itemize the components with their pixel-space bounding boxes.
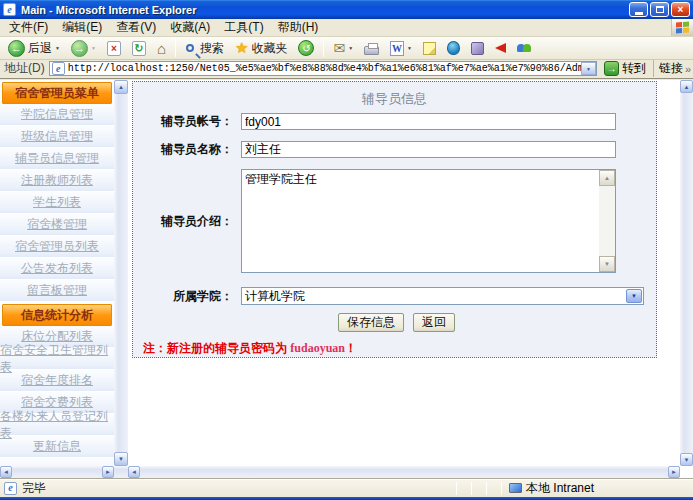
name-input[interactable] <box>241 141 616 158</box>
college-select[interactable]: 计算机学院 <box>241 287 644 305</box>
intro-textarea[interactable]: 管理学院主任 <box>242 170 600 272</box>
sidebar-section-admin-header: 宿舍管理员菜单 <box>2 82 112 104</box>
note-prefix: 注：新注册的辅导员密码为 <box>143 341 287 355</box>
scroll-up-icon[interactable]: ▲ <box>114 80 128 94</box>
restore-button[interactable] <box>650 2 669 17</box>
scroll-right-icon[interactable]: ► <box>668 466 680 478</box>
search-icon <box>186 44 194 52</box>
history-button[interactable]: ↺ <box>294 38 318 58</box>
sidebar-horizontal-scrollbar[interactable]: ◄ ► <box>0 466 128 478</box>
forward-dropdown-icon <box>91 45 96 51</box>
go-icon: → <box>604 61 619 76</box>
status-bar: 完毕 本地 Intranet <box>0 478 693 497</box>
textarea-scrollbar[interactable]: ▲ ▼ <box>599 170 615 272</box>
menu-view[interactable]: 查看(V) <box>109 18 163 37</box>
intranet-zone-icon <box>509 483 522 493</box>
favorites-star-icon: ★ <box>235 39 248 57</box>
media-plugin-button[interactable] <box>467 40 488 57</box>
sidebar-item-dorm-building[interactable]: 宿舍楼管理 <box>0 214 114 236</box>
intro-textarea-wrap: 管理学院主任 ▲ ▼ <box>241 169 616 273</box>
sidebar-item-announcement-list[interactable]: 公告发布列表 <box>0 258 114 280</box>
scroll-down-icon[interactable]: ▼ <box>114 452 128 466</box>
page-content: 宿舍管理员菜单 学院信息管理 班级信息管理 辅导员信息管理 注册教师列表 学生列… <box>0 80 693 478</box>
save-button[interactable]: 保存信息 <box>338 313 404 332</box>
sidebar-item-teacher-list[interactable]: 注册教师列表 <box>0 170 114 192</box>
restore-icon <box>656 6 664 13</box>
ie-window-icon <box>3 3 16 16</box>
account-label: 辅导员帐号： <box>137 113 233 130</box>
name-label: 辅导员名称： <box>137 141 233 158</box>
home-button[interactable]: ⌂ <box>153 38 170 59</box>
sidebar-item-student-list[interactable]: 学生列表 <box>0 192 114 214</box>
favorites-label: 收藏夹 <box>251 40 287 57</box>
sidebar-item-message-board[interactable]: 留言板管理 <box>0 280 114 302</box>
links-label: 链接 <box>659 60 683 77</box>
status-separator <box>501 482 502 495</box>
favorites-button[interactable]: ★ 收藏夹 <box>231 37 291 59</box>
security-zone: 本地 Intranet <box>509 480 594 497</box>
flashget-plugin-button[interactable] <box>491 41 510 55</box>
search-button[interactable]: 搜索 <box>181 38 228 59</box>
minimize-icon <box>635 12 643 15</box>
scroll-down-icon[interactable]: ▼ <box>599 256 615 272</box>
menu-tools[interactable]: 工具(T) <box>217 18 270 37</box>
minimize-button[interactable] <box>629 2 648 17</box>
title-bar: Main - Microsoft Internet Explorer × <box>0 0 693 19</box>
scroll-right-icon[interactable]: ► <box>102 466 114 478</box>
return-button[interactable]: 返回 <box>413 313 455 332</box>
links-bar[interactable]: 链接 » <box>653 60 691 77</box>
mail-button[interactable]: ✉ <box>329 38 357 58</box>
sidebar-item-dorm-admin-list[interactable]: 宿舍管理员列表 <box>0 236 114 258</box>
qq-plugin-button[interactable] <box>443 39 464 57</box>
sidebar-item-visitor-registry[interactable]: 各楼外来人员登记列表 <box>0 414 114 436</box>
back-dropdown-icon <box>55 45 60 51</box>
sidebar-item-counselor-info[interactable]: 辅导员信息管理 <box>0 148 114 170</box>
windows-logo-icon <box>671 19 693 36</box>
close-button[interactable]: × <box>671 2 690 17</box>
form-title: 辅导员信息 <box>133 90 656 108</box>
forward-button[interactable]: → <box>67 38 100 59</box>
scroll-left-icon[interactable]: ◄ <box>128 466 140 478</box>
address-input[interactable]: http://localhost:1250/Net05_%e5%ae%bf%e8… <box>49 61 597 76</box>
scroll-down-icon[interactable]: ▼ <box>680 453 693 466</box>
menu-edit[interactable]: 编辑(E) <box>55 18 109 37</box>
sidebar-item-safety-hygiene[interactable]: 宿舍安全卫生管理列表 <box>0 348 114 370</box>
edit-with-word-button[interactable]: W <box>386 39 416 58</box>
search-label: 搜索 <box>200 40 224 57</box>
college-label: 所属学院： <box>137 288 233 305</box>
stop-button[interactable]: × <box>103 39 125 58</box>
menu-file[interactable]: 文件(F) <box>2 18 55 37</box>
status-separator <box>486 482 487 495</box>
sidebar-item-class-info[interactable]: 班级信息管理 <box>0 126 114 148</box>
note-password: fudaoyuan <box>290 341 345 355</box>
sidebar-item-college-info[interactable]: 学院信息管理 <box>0 104 114 126</box>
main-vertical-scrollbar[interactable]: ▲ ▼ <box>680 80 693 466</box>
qq-icon <box>447 41 460 55</box>
main-horizontal-scrollbar[interactable]: ◄ ► <box>128 466 680 478</box>
word-dropdown-icon <box>407 45 412 51</box>
messenger-icon <box>517 42 532 55</box>
sidebar-vertical-scrollbar[interactable]: ▲ ▼ <box>114 80 128 466</box>
messenger-plugin-button[interactable] <box>513 40 536 57</box>
address-bar: 地址(D) http://localhost:1250/Net05_%e5%ae… <box>0 60 693 79</box>
back-button[interactable]: ← 后退 <box>4 38 64 59</box>
back-icon: ← <box>8 40 25 57</box>
menu-favorites[interactable]: 收藏(A) <box>163 18 217 37</box>
sidebar-menu: 宿舍管理员菜单 学院信息管理 班级信息管理 辅导员信息管理 注册教师列表 学生列… <box>0 80 114 466</box>
menu-help[interactable]: 帮助(H) <box>271 18 326 37</box>
college-select-value: 计算机学院 <box>245 288 305 305</box>
account-input[interactable] <box>241 113 616 130</box>
scroll-up-icon[interactable]: ▲ <box>680 80 693 93</box>
go-button[interactable]: → 转到 <box>601 60 649 77</box>
address-dropdown-button[interactable] <box>581 62 596 75</box>
sticky-note-plugin-button[interactable] <box>419 40 440 57</box>
refresh-button[interactable]: ↻ <box>128 39 150 58</box>
print-button[interactable] <box>360 39 383 57</box>
sidebar-section-stats-header: 信息统计分析 <box>2 304 112 326</box>
sidebar-item-clipped[interactable] <box>0 458 114 466</box>
scroll-up-icon[interactable]: ▲ <box>599 170 615 186</box>
page-favicon <box>52 62 65 75</box>
scroll-left-icon[interactable]: ◄ <box>0 466 12 478</box>
status-separator <box>471 482 472 495</box>
sticky-note-icon <box>423 42 436 55</box>
